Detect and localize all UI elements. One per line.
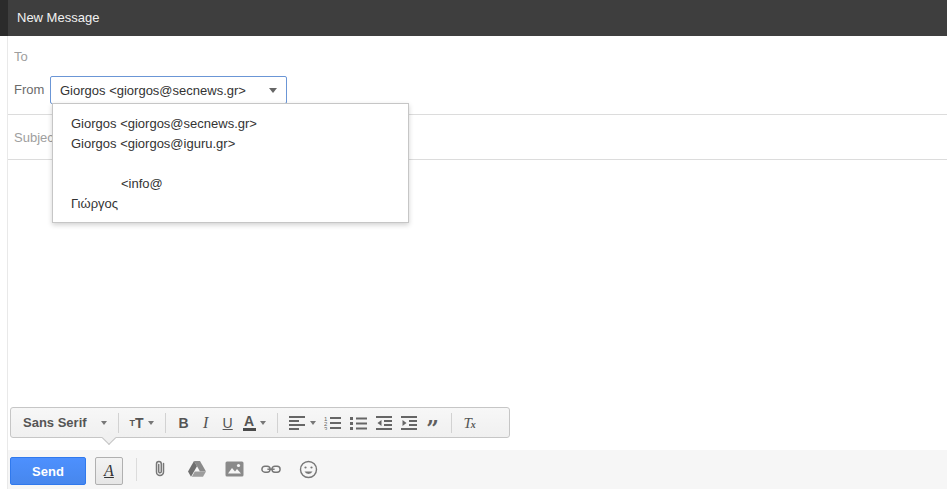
indent-less-button[interactable] (372, 410, 397, 435)
from-dropdown-option[interactable] (53, 154, 408, 174)
remove-formatting-icon: Tx (463, 414, 475, 432)
chevron-down-icon (148, 421, 154, 425)
titlebar-left-edge (0, 0, 8, 36)
from-select[interactable]: Giorgos <giorgos@secnews.gr> (50, 76, 287, 104)
toolbar-divider (165, 413, 166, 433)
bold-icon: B (179, 415, 189, 431)
from-dropdown: Giorgos <giorgos@secnews.gr>Giorgos <gio… (52, 103, 409, 223)
indent-more-icon (401, 416, 418, 430)
insert-link-button[interactable] (261, 459, 281, 479)
chevron-down-icon (260, 421, 266, 425)
italic-icon: I (203, 414, 208, 432)
bulleted-list-icon (350, 416, 368, 430)
link-icon (261, 463, 281, 475)
font-family-label: Sans Serif (23, 415, 87, 430)
toolbar-divider (277, 413, 278, 433)
send-button[interactable]: Send (10, 457, 86, 485)
text-color-icon: A (243, 415, 256, 431)
to-input[interactable] (8, 36, 947, 76)
indent-more-button[interactable] (397, 410, 422, 435)
bulleted-list-button[interactable] (346, 410, 372, 435)
quote-button[interactable]: ” (422, 410, 444, 435)
insert-photo-button[interactable] (224, 459, 244, 479)
numbered-list-icon: 1 2 3 (324, 416, 342, 430)
toolbar-divider (118, 413, 119, 433)
font-size-button[interactable]: TT (126, 410, 158, 435)
text-color-button[interactable]: A (239, 410, 270, 435)
chevron-down-icon (310, 421, 316, 425)
insert-drive-file-button[interactable] (187, 459, 207, 479)
from-dropdown-option[interactable]: Giorgos <giorgos@secnews.gr> (53, 114, 408, 134)
chevron-down-icon (101, 421, 107, 425)
formatting-toolbar: Sans Serif TT B I U A (10, 407, 510, 438)
from-dropdown-option[interactable]: <info@ (53, 174, 408, 194)
underline-icon: U (223, 415, 233, 431)
from-selected-value: Giorgos <giorgos@secnews.gr> (60, 83, 269, 98)
quote-icon: ” (426, 413, 439, 433)
font-size-icon: TT (130, 416, 144, 430)
attach-file-button[interactable] (150, 459, 170, 479)
compose-title: New Message (0, 0, 947, 36)
send-label: Send (32, 464, 64, 479)
bold-button[interactable]: B (173, 410, 195, 435)
compose-window: { "window": { "title": "New Message" }, … (0, 0, 947, 489)
toolbar-divider (451, 413, 452, 433)
align-left-icon (289, 416, 306, 430)
attachment-icons (150, 459, 318, 479)
emoji-icon (299, 460, 318, 479)
action-bar: Send A (8, 450, 947, 489)
insert-emoji-button[interactable] (298, 459, 318, 479)
remove-formatting-button[interactable]: Tx (459, 410, 481, 435)
compose-titlebar[interactable]: New Message (0, 0, 947, 36)
svg-text:3: 3 (324, 426, 328, 430)
chevron-down-icon (269, 88, 277, 93)
from-dropdown-options: Giorgos <giorgos@secnews.gr>Giorgos <gio… (53, 114, 408, 214)
to-row (8, 36, 947, 76)
google-drive-icon (187, 460, 207, 478)
font-family-button[interactable]: Sans Serif (19, 410, 111, 435)
formatting-a-icon: A (104, 462, 114, 480)
from-label: From (14, 76, 44, 103)
from-dropdown-option[interactable]: Γιώργος (53, 194, 408, 214)
paperclip-icon (151, 459, 169, 479)
from-dropdown-option[interactable]: Giorgos <giorgos@iguru.gr> (53, 134, 408, 154)
numbered-list-button[interactable]: 1 2 3 (320, 410, 346, 435)
action-divider (136, 458, 137, 481)
formatting-options-toggle[interactable]: A (95, 457, 123, 485)
photo-icon (225, 461, 244, 477)
italic-button[interactable]: I (195, 410, 217, 435)
underline-button[interactable]: U (217, 410, 239, 435)
indent-less-icon (376, 416, 393, 430)
align-button[interactable] (285, 410, 320, 435)
